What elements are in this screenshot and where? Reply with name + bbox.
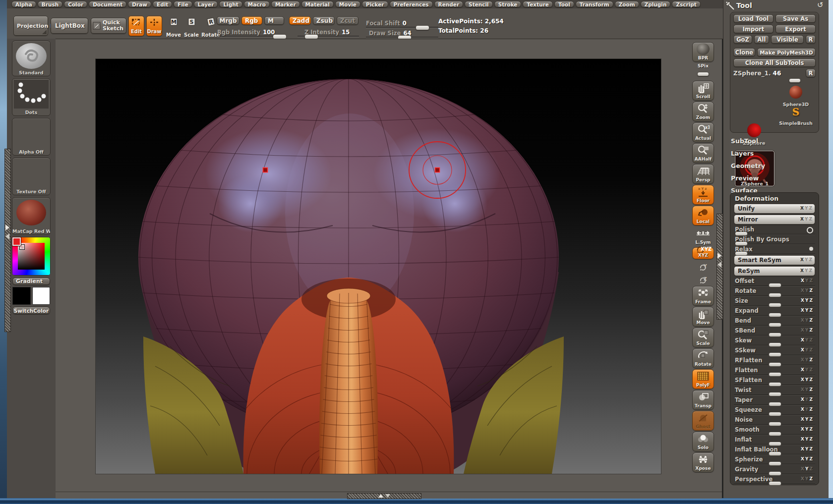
- deform-smart-resym[interactable]: Smart ReSymXYZ: [734, 255, 815, 266]
- section-subtool[interactable]: SubTool: [723, 135, 829, 147]
- menu-layer[interactable]: Layer: [194, 1, 218, 7]
- relax-mode-icon[interactable]: [809, 247, 813, 251]
- menu-file[interactable]: File: [174, 1, 192, 7]
- deform-sbend[interactable]: SBendXYZ: [734, 326, 815, 336]
- deform-relax[interactable]: Relax: [734, 245, 815, 255]
- shelf-aahalf-button[interactable]: AAHalf: [692, 143, 714, 163]
- color-picker[interactable]: [12, 237, 51, 276]
- move-button[interactable]: M Move: [165, 16, 182, 39]
- left-tray-divider[interactable]: [4, 149, 11, 332]
- menu-light[interactable]: Light: [219, 1, 242, 7]
- current-color-swatch[interactable]: [12, 237, 21, 246]
- menu-transform[interactable]: Transform: [576, 1, 613, 7]
- shelf-scroll-button[interactable]: Scroll: [692, 81, 714, 101]
- zsub-button[interactable]: Zsub: [313, 16, 335, 25]
- menu-stencil[interactable]: Stencil: [465, 1, 493, 7]
- deform-inflat-balloon[interactable]: Inflat BalloonXYZ: [734, 445, 815, 455]
- tool-thumb-simplebrush[interactable]: S SimpleBrush: [777, 107, 815, 125]
- tray-item-standard[interactable]: Standard: [12, 41, 51, 76]
- section-geometry[interactable]: Geometry: [723, 160, 829, 172]
- menu-zscript[interactable]: Zscript: [672, 1, 700, 7]
- tray-item-texture-off[interactable]: Texture Off: [12, 158, 51, 195]
- current-tool-handle[interactable]: [789, 78, 801, 83]
- polish-mode-icon[interactable]: [807, 227, 813, 233]
- focal-shift-slider[interactable]: Focal Shift 0: [366, 18, 407, 27]
- menu-stroke[interactable]: Stroke: [494, 1, 522, 7]
- tool-pick-icon[interactable]: [725, 1, 735, 11]
- switchcolor-button[interactable]: SwitchColor: [12, 307, 50, 314]
- menu-material[interactable]: Material: [301, 1, 334, 7]
- shelf-zoom-button[interactable]: Zoom: [692, 102, 714, 121]
- shelf-frame-button[interactable]: Frame: [692, 286, 714, 306]
- shelf-spix-button[interactable]: SPix: [692, 63, 714, 80]
- menu-tool[interactable]: Tool: [554, 1, 574, 7]
- deform-resym[interactable]: ReSymXYZ: [734, 266, 815, 277]
- restore-configuration-icon[interactable]: ↻: [817, 0, 824, 9]
- shelf-scale-button[interactable]: Scale: [692, 328, 714, 347]
- menu-movie[interactable]: Movie: [335, 1, 360, 7]
- m-button[interactable]: M: [264, 16, 284, 25]
- shelf-solo-button[interactable]: Solo: [692, 432, 714, 451]
- tray-item-dots[interactable]: Dots: [12, 78, 51, 116]
- shelf-move-button[interactable]: Move: [692, 307, 714, 327]
- shelf-polyf-button[interactable]: PolyF: [692, 369, 714, 389]
- secondary-color-swatch[interactable]: [32, 287, 51, 305]
- shelf-xyz-button[interactable]: XYZXYZ: [692, 247, 714, 259]
- deform-perspective[interactable]: PerspectiveXYZ: [734, 475, 815, 485]
- visible-button[interactable]: Visible: [771, 35, 804, 44]
- zadd-button[interactable]: Zadd: [289, 16, 311, 25]
- menu-preferences[interactable]: Preferences: [390, 1, 433, 7]
- shelf-transp-button[interactable]: Transp: [692, 390, 714, 410]
- menu-brush[interactable]: Brush: [38, 1, 62, 7]
- deform-smooth[interactable]: SmoothXYZ: [734, 425, 815, 435]
- canvas-bottom-scrollbar[interactable]: [347, 493, 421, 499]
- deform-bend[interactable]: BendXYZ: [734, 316, 815, 326]
- mrgb-button[interactable]: Mrgb: [217, 16, 239, 25]
- deform-sskew[interactable]: SSkewXYZ: [734, 346, 815, 356]
- goz-button[interactable]: GoZ: [733, 35, 752, 44]
- deform-squeeze[interactable]: SqueezeXYZ: [734, 405, 815, 415]
- deform-size[interactable]: SizeXYZ: [734, 296, 815, 306]
- rgb-button[interactable]: Rgb: [241, 16, 262, 25]
- deform-offset[interactable]: OffsetXYZ: [734, 277, 815, 286]
- draw-button[interactable]: Draw: [146, 16, 162, 36]
- projection-master-button[interactable]: Projection Master: [13, 16, 48, 36]
- edit-button[interactable]: Edit: [128, 16, 144, 36]
- import-button[interactable]: Import: [733, 25, 774, 33]
- main-color-swatch[interactable]: [12, 287, 31, 305]
- shelf-actual-button[interactable]: x1Actual: [692, 122, 714, 142]
- lightbox-button[interactable]: LightBox: [51, 18, 88, 34]
- deform-inflat[interactable]: InflatXYZ: [734, 435, 815, 445]
- deform-sflatten[interactable]: SFlattenXYZ: [734, 376, 815, 386]
- menu-marker[interactable]: Marker: [271, 1, 300, 7]
- deform-polish[interactable]: Polish: [734, 225, 815, 235]
- r-button-tool[interactable]: R: [806, 69, 816, 77]
- load-tool-button[interactable]: Load Tool: [733, 14, 774, 23]
- shelf-l-sym-button[interactable]: L.Sym: [692, 226, 714, 246]
- deform-twist[interactable]: TwistXYZ: [734, 386, 815, 395]
- menu-texture[interactable]: Texture: [523, 1, 552, 7]
- menu-zoom[interactable]: Zoom: [615, 1, 639, 7]
- tray-item-matcap-red-wa[interactable]: MatCap Red Wa: [12, 197, 51, 235]
- current-tool-slider[interactable]: ZSphere_1. 46 R: [733, 70, 816, 77]
- clone-button[interactable]: Clone: [733, 48, 755, 56]
- deform-spherize[interactable]: SpherizeXYZ: [734, 455, 815, 465]
- menu-draw[interactable]: Draw: [128, 1, 151, 7]
- deform-gravity[interactable]: GravityXYZ: [734, 465, 815, 475]
- deform-rflatten[interactable]: RFlattenXYZ: [734, 356, 815, 366]
- save-as-button[interactable]: Save As: [775, 14, 816, 23]
- scale-button[interactable]: S Scale: [182, 16, 200, 39]
- deform-skew[interactable]: SkewXYZ: [734, 336, 815, 346]
- shelf-rotate-z-icon-button[interactable]: Z: [692, 273, 714, 285]
- deform-flatten[interactable]: FlattenXYZ: [734, 366, 815, 376]
- shelf-ghost-button[interactable]: Ghost: [692, 411, 714, 431]
- menu-macro[interactable]: Macro: [244, 1, 270, 7]
- tray-item-alpha-off[interactable]: Alpha Off: [12, 118, 51, 156]
- section-preview[interactable]: Preview: [723, 172, 829, 184]
- shelf-local-button[interactable]: Local: [692, 206, 714, 225]
- deform-rotate[interactable]: RotateXYZ: [734, 286, 815, 296]
- right-tray-divider[interactable]: [716, 214, 723, 320]
- gradient-button[interactable]: Gradient: [12, 278, 50, 285]
- menu-picker[interactable]: Picker: [362, 1, 388, 7]
- menu-color[interactable]: Color: [64, 1, 87, 7]
